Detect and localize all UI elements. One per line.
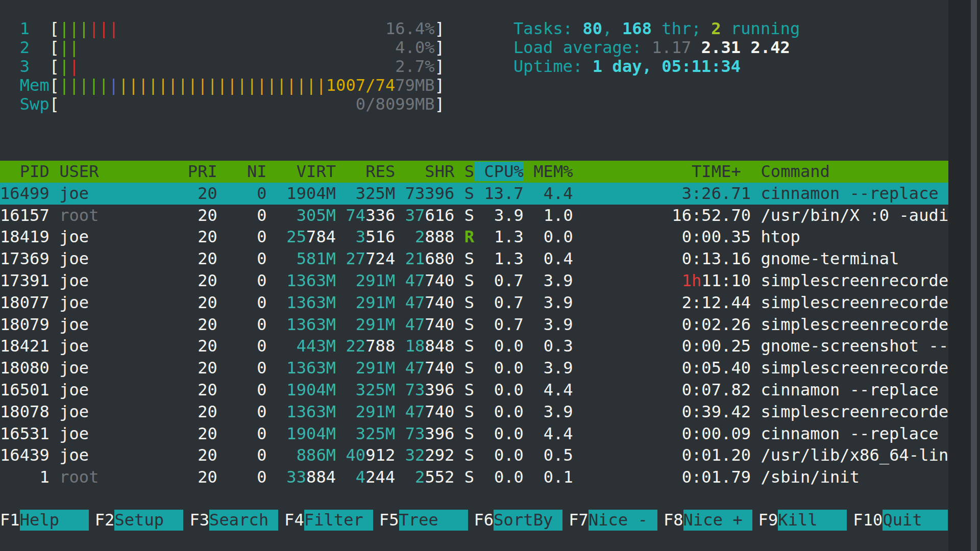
column-header-pri[interactable]: PRI (168, 162, 217, 181)
user-cell: root (59, 206, 168, 225)
shr-cell: 680 (425, 249, 454, 268)
pad (573, 467, 682, 487)
fkey-sortby[interactable]: F6SortBy (474, 510, 563, 531)
command-cell: /usr/lib/x86_64-lin (761, 445, 948, 465)
fkey-action-label[interactable]: Setup (114, 510, 183, 531)
process-row[interactable]: 18080 joe 20 0 1363M 291M 47740 S 0.0 3.… (0, 357, 948, 379)
pad (573, 445, 682, 465)
pad (50, 271, 59, 290)
process-row[interactable]: 17369 joe 20 0 581M 27724 21680 S 1.3 0.… (0, 248, 948, 270)
fkey-action-label[interactable]: Nice + (683, 510, 752, 531)
res-cell: 516 (365, 227, 395, 246)
pid-cell: 17391 (0, 271, 50, 290)
meter-bracket-close: ] (435, 19, 445, 38)
uptime-value: 1 day, 05:11:34 (593, 57, 741, 76)
threads-label: thr; (652, 19, 711, 38)
process-row-selected[interactable]: 16499 joe 20 0 1904M 325M 73396 S 13.7 4… (0, 183, 948, 205)
column-header-user[interactable]: USER (59, 162, 168, 181)
fkey-nice-[interactable]: F7Nice - (569, 510, 657, 531)
shr-cell: 848 (425, 336, 454, 356)
command-cell: htop (761, 227, 948, 246)
shr-cell: 32 (405, 445, 425, 465)
fkey-action-label[interactable]: Tree (399, 510, 468, 531)
user-cell: root (59, 467, 168, 487)
pad (751, 184, 761, 203)
pid-cell: 18419 (0, 227, 50, 246)
fkey-nice-[interactable]: F8Nice + (664, 510, 752, 531)
fkey-action-label[interactable]: Nice - (589, 510, 657, 531)
process-row[interactable]: 16439 joe 20 0 886M 40912 32292 S 0.0 0.… (0, 444, 948, 466)
state-cell: S (464, 467, 474, 487)
process-row[interactable]: 18077 joe 20 0 1363M 291M 47740 S 0.7 3.… (0, 292, 948, 314)
fkey-action-label[interactable]: Help (20, 510, 89, 531)
column-header-s[interactable]: S (454, 162, 474, 181)
pad (751, 206, 761, 225)
command-cell: gnome-screenshot -- (761, 336, 948, 356)
fkey-setup[interactable]: F2Setup (95, 510, 184, 531)
pri-cell: 20 (168, 467, 217, 487)
res-cell: 3 (356, 227, 365, 246)
shr-cell: 292 (425, 445, 454, 465)
load-5min: 2.31 (701, 38, 751, 57)
cpu-cell: 0.0 (474, 358, 524, 378)
column-header-command[interactable]: Command (761, 162, 948, 181)
process-row[interactable]: 18421 joe 20 0 443M 22788 18848 S 0.0 0.… (0, 335, 948, 357)
state-cell: S (464, 358, 474, 378)
res-cell: 724 (365, 249, 395, 268)
process-row[interactable]: 17391 joe 20 0 1363M 291M 47740 S 0.7 3.… (0, 270, 948, 292)
column-header-res[interactable]: RES (336, 162, 395, 181)
pad (267, 184, 287, 203)
fkey-action-label[interactable]: Quit (883, 510, 948, 531)
pad (751, 467, 761, 487)
column-header-time[interactable]: TIME+ (573, 162, 751, 181)
pad (454, 358, 464, 378)
fkey-action-label[interactable]: Filter (304, 510, 373, 531)
pad (395, 467, 415, 487)
pad (573, 336, 682, 356)
scrollbar-thumb[interactable] (971, 0, 977, 551)
fkey-search[interactable]: F3Search (189, 510, 278, 531)
process-row[interactable]: 18078 joe 20 0 1363M 291M 47740 S 0.0 3.… (0, 401, 948, 423)
virt-cell: 884 (306, 467, 336, 487)
fkey-tree[interactable]: F5Tree (379, 510, 468, 531)
column-header-pid[interactable]: PID (0, 162, 50, 181)
fkey-action-label[interactable]: Search (209, 510, 278, 531)
time-cell: 0:01.20 (682, 445, 751, 465)
pid-cell: 18080 (0, 358, 50, 378)
pad (395, 184, 405, 203)
res-cell: 325M (356, 424, 395, 443)
column-header-shr[interactable]: SHR (395, 162, 454, 181)
shr-cell: 396 (425, 184, 454, 203)
time-cell: 0:07.82 (682, 380, 751, 399)
meter-bracket-open: [ (50, 76, 59, 95)
pad (0, 38, 20, 57)
fkey-action-label[interactable]: Kill (778, 510, 847, 531)
pad (267, 358, 287, 378)
column-header-ni[interactable]: NI (217, 162, 267, 181)
pad (454, 315, 464, 334)
fkey-quit[interactable]: F10Quit (853, 510, 948, 531)
fkey-help[interactable]: F1Help (0, 510, 89, 531)
ni-cell: 0 (217, 184, 267, 203)
pad (267, 206, 297, 225)
fkey-kill[interactable]: F9Kill (758, 510, 847, 531)
column-header-virt[interactable]: VIRT (267, 162, 336, 181)
pad (395, 206, 405, 225)
pad (50, 184, 59, 203)
column-header-cpu-sorted[interactable]: CPU% (474, 162, 524, 181)
mem-cell: 3.9 (524, 402, 573, 421)
process-row[interactable]: 16531 joe 20 0 1904M 325M 73396 S 0.0 4.… (0, 423, 948, 445)
process-row[interactable]: 16501 joe 20 0 1904M 325M 73396 S 0.0 4.… (0, 379, 948, 401)
virt-cell: 1363M (286, 315, 336, 334)
fkey-action-label[interactable]: SortBy (494, 510, 562, 531)
pad (751, 402, 761, 421)
process-row[interactable]: 1 root 20 0 33884 4244 2552 S 0.0 0.1 0:… (0, 466, 948, 488)
virt-cell: 1363M (286, 402, 336, 421)
pad (573, 380, 682, 399)
process-row[interactable]: 18079 joe 20 0 1363M 291M 47740 S 0.7 3.… (0, 314, 948, 336)
res-cell: 291M (356, 402, 395, 421)
column-header-mem[interactable]: MEM% (524, 162, 573, 181)
process-row[interactable]: 16157 root 20 0 305M 74336 37616 S 3.9 1… (0, 205, 948, 227)
process-row[interactable]: 18419 joe 20 0 25784 3516 2888 R 1.3 0.0… (0, 226, 948, 248)
fkey-filter[interactable]: F4Filter (284, 510, 373, 531)
